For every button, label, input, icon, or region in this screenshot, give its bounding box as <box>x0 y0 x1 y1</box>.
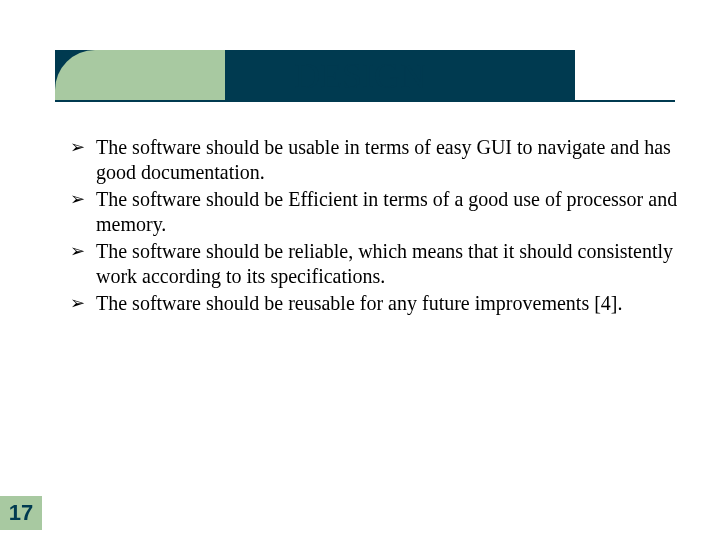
bullet-arrow-icon: ➢ <box>70 291 96 316</box>
bullet-text: The software should be usable in terms o… <box>96 135 710 185</box>
title-underline <box>55 100 675 102</box>
bullet-text: The software should be reusable for any … <box>96 291 710 316</box>
bullet-arrow-icon: ➢ <box>70 187 96 237</box>
list-item: ➢ The software should be usable in terms… <box>70 135 710 185</box>
bullet-text: The software should be Efficient in term… <box>96 187 710 237</box>
content-area: ➢ The software should be usable in terms… <box>70 135 710 318</box>
bullet-arrow-icon: ➢ <box>70 135 96 185</box>
list-item: ➢ The software should be reliable, which… <box>70 239 710 289</box>
list-item: ➢ The software should be reusable for an… <box>70 291 710 316</box>
list-item: ➢ The software should be Efficient in te… <box>70 187 710 237</box>
bullet-arrow-icon: ➢ <box>70 239 96 289</box>
slide-title: DESIGN <box>0 55 720 97</box>
page-number: 17 <box>0 496 42 530</box>
bullet-text: The software should be reliable, which m… <box>96 239 710 289</box>
